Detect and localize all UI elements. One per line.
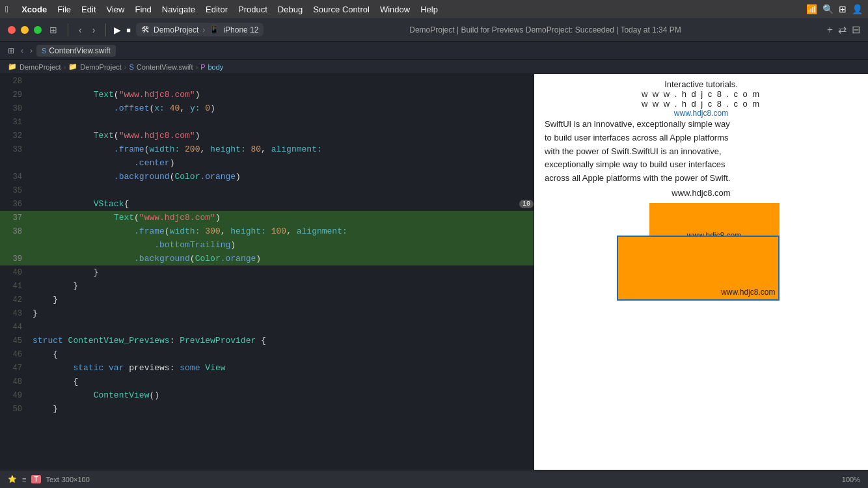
line-number: 32 [0,129,30,142]
code-line: 34 .background(Color.orange) [0,170,534,183]
preview-panel: Interactive tutorials. w w w . h d j c 8… [534,74,868,470]
grid-view-button[interactable]: ⊞ [5,45,17,57]
line-content: .frame(width: 200, height: 80, alignment… [30,142,534,156]
menu-view[interactable]: View [107,5,125,14]
code-line: 50 } [0,402,534,416]
line-content [30,320,534,321]
breadcrumb-project[interactable]: DemoProject [20,63,61,71]
line-content: } [30,265,534,279]
code-editor[interactable]: 2829 Text("www.hdjc8.com")30 .offset(x: … [0,74,534,470]
line-content: { [30,347,534,361]
line-content: .background(Color.orange) [30,170,534,183]
menu-find[interactable]: Find [135,5,151,14]
line-content: struct ContentView_Previews: PreviewProv… [30,334,534,347]
line-number: 31 [0,115,30,129]
line-content: .background(Color.orange) [30,252,534,265]
tab-label: ContentView.swift [49,46,111,55]
project-icon: 🛠 [141,25,150,34]
scheme-selector[interactable]: 🛠 DemoProject › 📱 iPhone 12 [136,23,264,36]
code-line: 40 } [0,265,534,279]
line-content: } [30,402,534,416]
breadcrumb-file[interactable]: ContentView.swift [137,63,193,71]
preview-line1: Interactive tutorials. [664,79,738,89]
breadcrumb-folder[interactable]: DemoProject [80,63,122,71]
line-content: } [30,293,534,306]
back-button[interactable]: ‹ [76,23,85,36]
layout-button[interactable]: ⊟ [852,23,860,36]
main-area: 2829 Text("www.hdjc8.com")30 .offset(x: … [0,74,868,470]
line-number: 42 [0,293,30,306]
breadcrumb-symbol[interactable]: body [208,63,223,71]
device-icon: 📱 [209,25,219,34]
sidebar-toggle[interactable]: ⊞ [47,23,60,36]
maximize-button[interactable] [34,26,42,34]
line-content [30,74,534,75]
status-bar: ⭐ ≡ T Text 300×100 100% [0,470,868,488]
line-number: 36 [0,197,30,211]
zoom-level: 100% [842,476,860,483]
menu-file[interactable]: File [57,5,71,14]
code-line: 43} [0,306,534,320]
star-button[interactable]: ⭐ [8,475,17,483]
menu-xcode[interactable]: Xcode [21,5,47,14]
orange-box-container: www.hdjc8.com www.hdjc8.com [545,203,858,307]
code-line: 37 Text("www.hdjc8.com") [0,211,534,224]
list-button[interactable]: ≡ [22,476,26,483]
add-button[interactable]: + [827,24,833,36]
line-number: 28 [0,74,30,88]
scheme-label: DemoProject [154,25,198,34]
line-content: static var previews: some View [30,361,534,375]
tab-contentview[interactable]: S ContentView.swift [36,45,116,57]
search-icon[interactable]: 🔍 [822,4,834,14]
code-line: 36 VStack{10 [0,197,534,211]
menu-source-control[interactable]: Source Control [313,5,370,14]
preview-para4: exceptionally simple way to build user i… [545,158,858,172]
tabbar: ⊞ ‹ › S ContentView.swift [0,42,868,60]
code-line: .center) [0,156,534,170]
close-button[interactable] [8,26,16,34]
chevron-right-icon: › [202,25,205,34]
preview-line3: w w w . h d j c 8 . c o m [642,99,761,109]
menu-window[interactable]: Window [380,5,410,14]
toolbar-right: + ⇄ ⊟ [827,23,860,36]
code-line: 31 [0,115,534,129]
swift-file-icon: S [42,47,46,55]
line-number [0,156,30,157]
line-badge: 10 [519,200,534,208]
control-center-icon[interactable]: ⊞ [839,4,847,14]
menu-debug[interactable]: Debug [278,5,303,14]
code-line: 49 ContentView() [0,388,534,402]
stop-button[interactable]: ■ [126,26,131,34]
menu-product[interactable]: Product [238,5,267,14]
line-content: .bottomTrailing) [30,238,534,252]
minimize-button[interactable] [21,26,29,34]
user-icon[interactable]: 👤 [852,4,863,14]
tab-back-button[interactable]: ‹ [18,45,26,57]
line-number: 43 [0,306,30,320]
code-line: 33 .frame(width: 200, height: 80, alignm… [0,142,534,156]
swap-button[interactable]: ⇄ [838,23,847,36]
preview-line2: w w w . h d j c 8 . c o m [642,89,761,99]
preview-para5: across all Apple platforms with the powe… [545,172,858,185]
line-content: ContentView() [30,388,534,402]
code-line: 46 { [0,347,534,361]
preview-para3: with the power of Swift.SwiftUI is an in… [545,145,858,159]
menu-navigate[interactable]: Navigate [162,5,195,14]
run-button[interactable]: ▶ [114,25,121,35]
code-line: 42 } [0,293,534,306]
menu-edit[interactable]: Edit [81,5,96,14]
apple-menu[interactable]:  [5,4,8,14]
menu-editor[interactable]: Editor [206,5,228,14]
line-number: 40 [0,265,30,279]
line-number: 30 [0,102,30,115]
breadcrumb: 📁 DemoProject › 📁 DemoProject › S Conten… [0,60,868,74]
code-line: 39 .background(Color.orange) [0,252,534,265]
menu-help[interactable]: Help [420,5,438,14]
code-line: 32 Text("www.hdjc8.com") [0,129,534,142]
line-number: 33 [0,142,30,156]
breadcrumb-icon4: P [200,63,205,71]
tab-forward-button[interactable]: › [27,45,35,57]
line-content: .frame(width: 300, height: 100, alignmen… [30,224,534,238]
code-line: 28 [0,74,534,88]
forward-button[interactable]: › [90,23,98,36]
